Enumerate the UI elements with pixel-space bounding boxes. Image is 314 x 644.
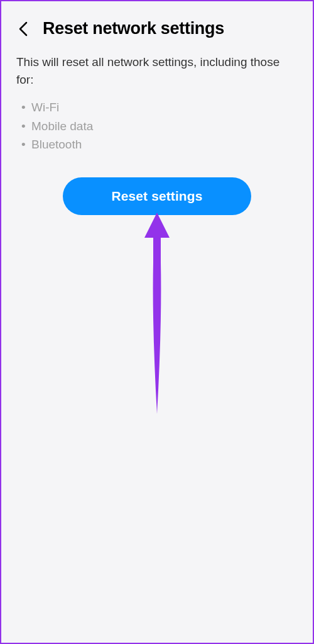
annotation-arrow-icon	[138, 213, 176, 423]
page-title: Reset network settings	[43, 19, 224, 38]
description-text: This will reset all network settings, in…	[1, 51, 313, 94]
list-item: Mobile data	[31, 117, 298, 135]
reset-settings-button[interactable]: Reset settings	[63, 177, 251, 215]
back-icon[interactable]	[16, 22, 30, 36]
bullet-list: Wi-Fi Mobile data Bluetooth	[1, 94, 313, 153]
list-item: Bluetooth	[31, 135, 298, 153]
list-item: Wi-Fi	[31, 98, 298, 116]
